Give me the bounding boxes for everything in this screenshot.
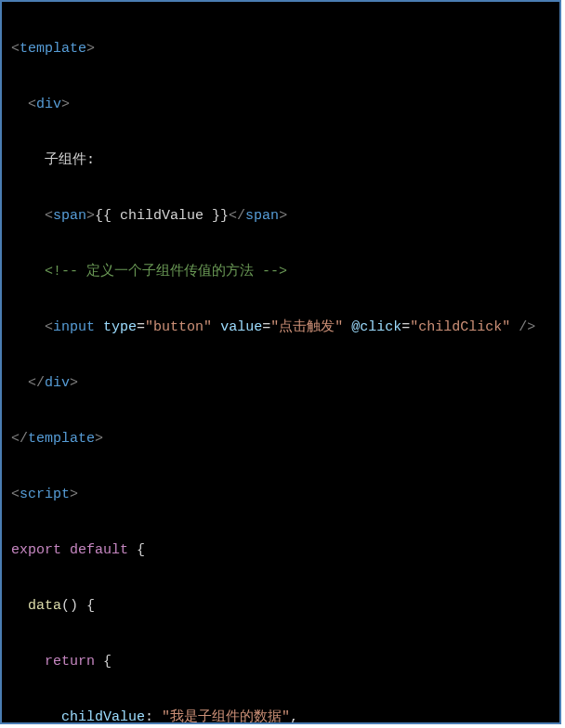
code-line: <template> bbox=[11, 35, 550, 63]
code-line: </template> bbox=[11, 425, 550, 453]
code-line: <div> bbox=[11, 91, 550, 119]
code-line: <span>{{ childValue }}</span> bbox=[11, 202, 550, 230]
code-editor: <template> <div> 子组件: <span>{{ childValu… bbox=[0, 0, 561, 724]
code-line: <input type="button" value="点击触发" @click… bbox=[11, 314, 550, 342]
code-line: data() { bbox=[11, 592, 550, 620]
code-line: childValue: "我是子组件的数据", bbox=[11, 704, 550, 724]
code-line: return { bbox=[11, 648, 550, 676]
code-line: <script> bbox=[11, 481, 550, 509]
code-line: export default { bbox=[11, 537, 550, 565]
code-line: <!-- 定义一个子组件传值的方法 --> bbox=[11, 258, 550, 286]
code-line: 子组件: bbox=[11, 147, 550, 175]
code-line: </div> bbox=[11, 370, 550, 397]
